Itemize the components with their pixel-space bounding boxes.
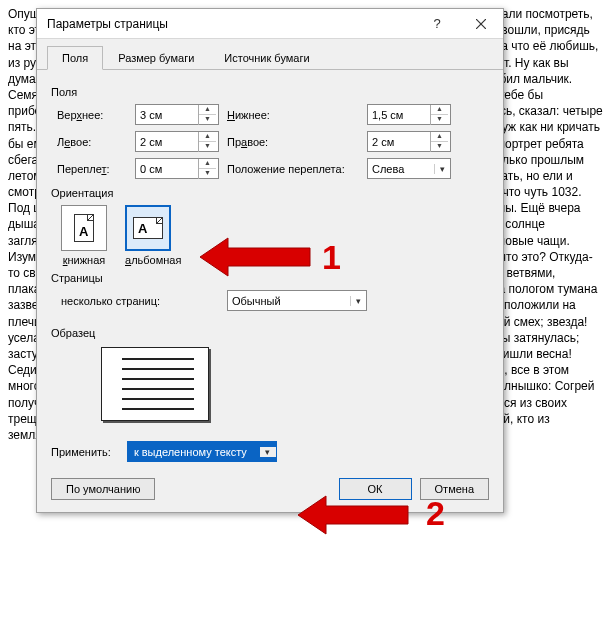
spin-up-icon[interactable]: ▲ <box>199 105 216 115</box>
dialog-body: Поля Верхнее: ▲▼ Нижнее: ▲▼ Левое: ▲▼ Пр… <box>37 70 503 512</box>
label-right: Правое: <box>227 136 367 148</box>
group-sample: Образец <box>51 327 489 339</box>
combo-multi-pages[interactable]: Обычный ▾ <box>227 290 367 311</box>
label-top: Верхнее: <box>57 109 135 121</box>
annotation-number-2: 2 <box>426 494 445 533</box>
preview-page-icon <box>101 347 209 421</box>
preview-area <box>101 347 489 421</box>
tab-paper-size[interactable]: Размер бумаги <box>103 46 209 70</box>
annotation-number-1: 1 <box>322 238 341 277</box>
group-fields: Поля <box>51 86 489 98</box>
combo-gutter-pos[interactable]: Слева ▾ <box>367 158 451 179</box>
tabs: Поля Размер бумаги Источник бумаги <box>37 39 503 70</box>
label-gutter: Переплет: <box>57 163 135 175</box>
close-icon <box>476 19 486 29</box>
orientation-landscape-label: альбомная <box>125 254 181 266</box>
landscape-icon: A <box>133 217 163 239</box>
spin-right[interactable]: ▲▼ <box>367 131 451 152</box>
close-button[interactable] <box>459 9 503 39</box>
label-bottom: Нижнее: <box>227 109 367 121</box>
combo-apply[interactable]: к выделенному тексту ▾ <box>127 441 277 462</box>
spin-down-icon[interactable]: ▼ <box>199 115 216 125</box>
tab-paper-source[interactable]: Источник бумаги <box>209 46 324 70</box>
chevron-down-icon: ▾ <box>434 164 450 174</box>
portrait-icon: A <box>74 214 94 242</box>
label-gutter-pos: Положение переплета: <box>227 163 367 175</box>
label-multi-pages: несколько страниц: <box>61 295 211 307</box>
orientation-landscape[interactable]: A альбомная <box>125 205 181 266</box>
combo-gutter-pos-value: Слева <box>368 161 434 177</box>
ok-button[interactable]: ОК <box>339 478 412 500</box>
input-gutter[interactable] <box>136 161 198 177</box>
input-bottom[interactable] <box>368 107 430 123</box>
spin-bottom[interactable]: ▲▼ <box>367 104 451 125</box>
chevron-down-icon: ▾ <box>260 447 276 457</box>
input-right[interactable] <box>368 134 430 150</box>
input-left[interactable] <box>136 134 198 150</box>
tab-fields[interactable]: Поля <box>47 46 103 70</box>
label-left: Левое: <box>57 136 135 148</box>
orientation-portrait-label: книжная <box>61 254 107 266</box>
orientation-portrait[interactable]: A книжная <box>61 205 107 266</box>
spin-top[interactable]: ▲▼ <box>135 104 219 125</box>
combo-multi-pages-value: Обычный <box>228 293 350 309</box>
dialog-title: Параметры страницы <box>47 17 415 31</box>
label-apply: Применить: <box>51 446 111 458</box>
input-top[interactable] <box>136 107 198 123</box>
help-button[interactable]: ? <box>415 9 459 39</box>
spin-gutter[interactable]: ▲▼ <box>135 158 219 179</box>
combo-apply-value: к выделенному тексту <box>128 444 260 460</box>
spin-left[interactable]: ▲▼ <box>135 131 219 152</box>
chevron-down-icon: ▾ <box>350 296 366 306</box>
group-orientation: Ориентация <box>51 187 489 199</box>
default-button[interactable]: По умолчанию <box>51 478 155 500</box>
page-setup-dialog: Параметры страницы ? Поля Размер бумаги … <box>36 8 504 513</box>
group-pages: Страницы <box>51 272 489 284</box>
titlebar: Параметры страницы ? <box>37 9 503 39</box>
